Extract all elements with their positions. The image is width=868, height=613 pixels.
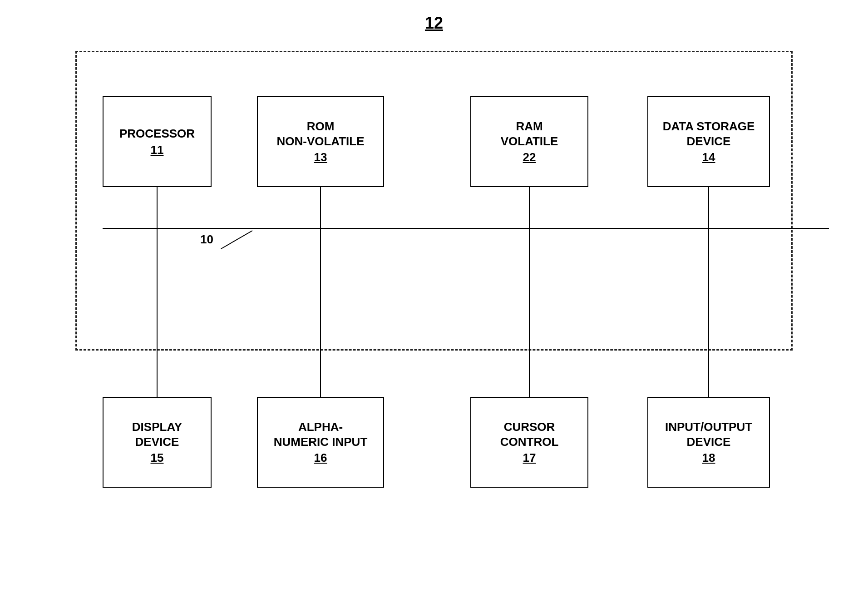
rom-box: ROM NON-VOLATILE 13 (257, 96, 384, 187)
data-storage-box: DATA STORAGE DEVICE 14 (647, 96, 770, 187)
ram-vline (529, 187, 530, 228)
alpha-vline-top (320, 229, 321, 397)
display-vline-top (157, 229, 158, 397)
alpha-box: ALPHA- NUMERIC INPUT 16 (257, 397, 384, 488)
cursor-box: CURSOR CONTROL 17 (470, 397, 588, 488)
system-bus-box (75, 51, 793, 351)
cursor-vline-top (529, 229, 530, 397)
display-box: DISPLAY DEVICE 15 (103, 397, 212, 488)
datastorage-vline (708, 187, 709, 228)
io-box: INPUT/OUTPUT DEVICE 18 (647, 397, 770, 488)
ram-box: RAM VOLATILE 22 (470, 96, 588, 187)
rom-vline (320, 187, 321, 228)
page-title: 12 (425, 14, 443, 33)
processor-vline (157, 187, 158, 228)
diagram-container: PROCESSOR 11 ROM NON-VOLATILE 13 RAM VOL… (75, 51, 793, 573)
io-vline-top (708, 229, 709, 397)
bus-label: 10 (200, 232, 213, 247)
processor-box: PROCESSOR 11 (103, 96, 212, 187)
bus-hline (103, 228, 829, 229)
